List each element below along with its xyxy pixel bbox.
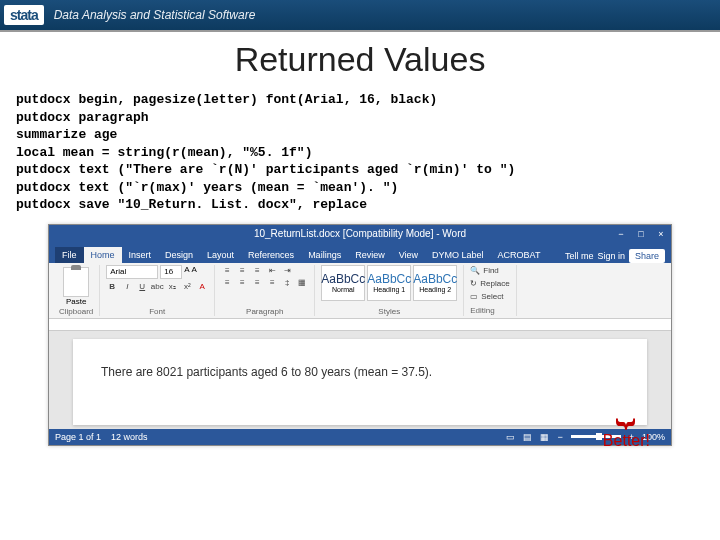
align-left-icon[interactable]: ≡ [221, 277, 233, 289]
numbering-icon[interactable]: ≡ [236, 265, 248, 277]
read-mode-icon[interactable]: ▭ [506, 432, 515, 442]
maximize-icon[interactable]: □ [631, 225, 651, 243]
document-area: There are 8021 participants aged 6 to 80… [49, 331, 671, 429]
styles-group: AaBbCcNormal AaBbCcHeading 1 AaBbCcHeadi… [315, 265, 464, 316]
share-button[interactable]: Share [629, 249, 665, 263]
indent-inc-icon[interactable]: ⇥ [281, 265, 293, 277]
word-titlebar: 10_ReturnList.docx [Compatibility Mode] … [49, 225, 671, 243]
subscript-icon[interactable]: x₂ [166, 281, 178, 293]
tab-design[interactable]: Design [158, 247, 200, 263]
sign-in[interactable]: Sign in [597, 251, 625, 261]
word-embed-wrap: 10_ReturnList.docx [Compatibility Mode] … [0, 224, 720, 446]
multilevel-icon[interactable]: ≡ [251, 265, 263, 277]
minimize-icon[interactable]: − [611, 225, 631, 243]
line-spacing-icon[interactable]: ‡ [281, 277, 293, 289]
stata-logo: stata [4, 5, 44, 25]
ribbon: Paste Clipboard Arial 16 A A B I U abc x… [49, 263, 671, 319]
zoom-slider[interactable] [571, 435, 621, 438]
ribbon-tabs: File Home Insert Design Layout Reference… [49, 243, 671, 263]
font-size-select[interactable]: 16 [160, 265, 182, 279]
close-icon[interactable]: × [651, 225, 671, 243]
editing-group: 🔍Find ↻Replace ▭Select Editing [464, 265, 516, 316]
ruler [49, 319, 671, 331]
tab-acrobat[interactable]: ACROBAT [491, 247, 548, 263]
tab-review[interactable]: Review [348, 247, 392, 263]
tab-layout[interactable]: Layout [200, 247, 241, 263]
italic-icon[interactable]: I [121, 281, 133, 293]
stata-tagline: Data Analysis and Statistical Software [54, 8, 256, 22]
tab-mailings[interactable]: Mailings [301, 247, 348, 263]
slide-title: Returned Values [0, 40, 720, 79]
web-layout-icon[interactable]: ▦ [540, 432, 549, 442]
justify-icon[interactable]: ≡ [266, 277, 278, 289]
style-heading1[interactable]: AaBbCcHeading 1 [367, 265, 411, 301]
document-text: There are 8021 participants aged 6 to 80… [101, 365, 432, 379]
style-heading2[interactable]: AaBbCcHeading 2 [413, 265, 457, 301]
align-center-icon[interactable]: ≡ [236, 277, 248, 289]
superscript-icon[interactable]: x² [181, 281, 193, 293]
tab-view[interactable]: View [392, 247, 425, 263]
word-window: 10_ReturnList.docx [Compatibility Mode] … [48, 224, 672, 446]
find-button[interactable]: 🔍Find [470, 266, 509, 275]
statusbar: Page 1 of 1 12 words ▭ ▤ ▦ − + 100% [49, 429, 671, 445]
tab-insert[interactable]: Insert [122, 247, 159, 263]
clipboard-group: Paste Clipboard [53, 265, 100, 316]
editing-label: Editing [470, 306, 509, 315]
paragraph-label: Paragraph [221, 307, 308, 316]
tab-dymo[interactable]: DYMO Label [425, 247, 491, 263]
print-layout-icon[interactable]: ▤ [523, 432, 532, 442]
tab-references[interactable]: References [241, 247, 301, 263]
word-title: 10_ReturnList.docx [Compatibility Mode] … [254, 228, 466, 239]
zoom-level[interactable]: 100% [642, 432, 665, 442]
underline-icon[interactable]: U [136, 281, 148, 293]
shrink-font-icon[interactable]: A [192, 265, 197, 279]
paste-icon[interactable] [63, 267, 89, 297]
window-controls: − □ × [611, 225, 671, 243]
bullets-icon[interactable]: ≡ [221, 265, 233, 277]
document-page[interactable]: There are 8021 participants aged 6 to 80… [73, 339, 647, 425]
zoom-in-icon[interactable]: + [629, 432, 634, 442]
replace-button[interactable]: ↻Replace [470, 279, 509, 288]
tab-file[interactable]: File [55, 247, 84, 263]
find-icon: 🔍 [470, 266, 480, 275]
paragraph-group: ≡ ≡ ≡ ⇤ ⇥ ≡ ≡ ≡ ≡ ‡ ▦ Paragraph [215, 265, 315, 316]
styles-label: Styles [321, 307, 457, 316]
zoom-out-icon[interactable]: − [557, 432, 562, 442]
replace-icon: ↻ [470, 279, 477, 288]
tell-me[interactable]: Tell me [565, 251, 594, 261]
page-count[interactable]: Page 1 of 1 [55, 432, 101, 442]
stata-header: stata Data Analysis and Statistical Soft… [0, 0, 720, 32]
paste-label: Paste [59, 297, 93, 306]
code-block: putdocx begin, pagesize(letter) font(Ari… [0, 91, 720, 224]
select-icon: ▭ [470, 292, 478, 301]
style-normal[interactable]: AaBbCcNormal [321, 265, 365, 301]
select-button[interactable]: ▭Select [470, 292, 509, 301]
word-count[interactable]: 12 words [111, 432, 148, 442]
strike-icon[interactable]: abc [151, 281, 163, 293]
align-right-icon[interactable]: ≡ [251, 277, 263, 289]
font-color-icon[interactable]: A [196, 281, 208, 293]
font-group: Arial 16 A A B I U abc x₂ x² A Font [100, 265, 215, 316]
clipboard-label: Clipboard [59, 307, 93, 316]
grow-font-icon[interactable]: A [184, 265, 189, 279]
bold-icon[interactable]: B [106, 281, 118, 293]
font-name-select[interactable]: Arial [106, 265, 158, 279]
tab-home[interactable]: Home [84, 247, 122, 263]
shading-icon[interactable]: ▦ [296, 277, 308, 289]
indent-dec-icon[interactable]: ⇤ [266, 265, 278, 277]
font-label: Font [106, 307, 208, 316]
